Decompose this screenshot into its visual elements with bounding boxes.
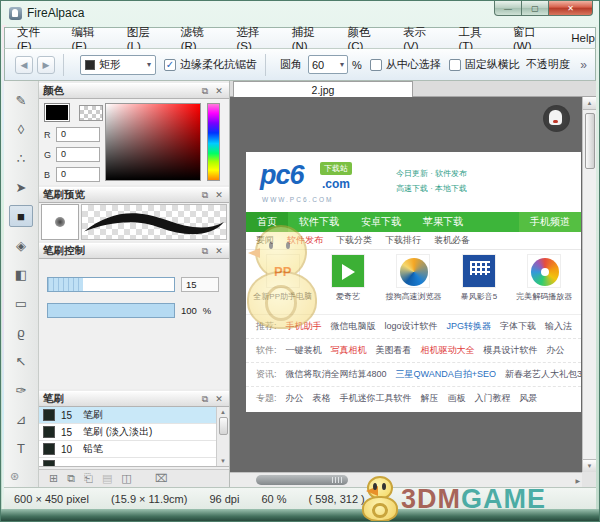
scroll-down-icon[interactable]: ▼ <box>220 458 226 464</box>
pen-tool-icon[interactable]: ✎ <box>9 89 33 111</box>
reset-view-icon[interactable]: ⊛ <box>10 470 19 483</box>
web-link: 相机驱动大全 <box>421 344 475 357</box>
panel-float-icon[interactable]: ⧉ <box>199 86 211 97</box>
r-channel-field[interactable]: 0 <box>56 127 100 142</box>
panel-float-icon[interactable]: ⧉ <box>199 246 211 257</box>
menu-layer[interactable]: 图层(L) <box>127 25 164 52</box>
g-channel-field[interactable]: 0 <box>56 147 100 162</box>
antialias-checkbox[interactable]: ✓ <box>164 59 176 71</box>
panel-close-icon[interactable]: ✕ <box>213 190 225 200</box>
from-center-label: 从中心选择 <box>386 57 441 72</box>
b-channel-field[interactable]: 0 <box>56 167 100 182</box>
menu-edit[interactable]: 编辑(E) <box>72 25 110 52</box>
scrollbar-thumb[interactable] <box>585 113 595 169</box>
transparent-color-swatch[interactable] <box>79 105 103 121</box>
menu-filter[interactable]: 滤镜(R) <box>181 25 220 52</box>
watermark-mascot-overlay <box>240 225 324 329</box>
close-button[interactable]: ✕ <box>549 1 593 16</box>
brush-size-value[interactable]: 15 <box>181 277 219 292</box>
menu-help[interactable]: Help <box>571 32 595 44</box>
forward-arrow-button[interactable]: ▶ <box>37 56 55 74</box>
brush-preview-title: 笔刷预览 <box>43 188 85 202</box>
scrollbar-thumb[interactable] <box>219 417 228 435</box>
toolbar-separator <box>265 54 266 76</box>
panel-close-icon[interactable]: ✕ <box>213 394 225 404</box>
brush-tip-preview <box>41 204 79 240</box>
brush-preview-panel: 笔刷预览 ⧉ ✕ <box>39 187 229 243</box>
magic-wand-tool-icon[interactable]: ↖ <box>9 350 33 372</box>
menu-color[interactable]: 颜色(C) <box>347 25 386 52</box>
row-label: 资讯: <box>256 368 277 381</box>
fixed-ratio-checkbox[interactable] <box>449 59 461 71</box>
trash-icon[interactable]: ⌧ <box>155 472 168 485</box>
webpage-nav-mobile: 手机频道 <box>519 212 581 232</box>
color-panel-title: 颜色 <box>43 84 64 98</box>
web-link: logo设计软件 <box>385 320 438 333</box>
color-panel: 颜色 ⧉ ✕ R 0 G 0 B <box>39 83 229 187</box>
brush-stroke-preview <box>81 204 227 240</box>
back-arrow-button[interactable]: ◀ <box>15 56 33 74</box>
brush-color-swatch <box>43 443 55 455</box>
brush-list-item[interactable]: 15 笔刷 (淡入淡出) <box>39 424 229 441</box>
brush-opacity-slider[interactable] <box>47 303 175 318</box>
chevron-down-icon: ▾ <box>147 60 151 69</box>
corner-value-spinner[interactable]: 60 ▾ <box>308 55 348 74</box>
saturation-value-picker[interactable] <box>105 103 201 181</box>
document-tab[interactable]: 2.jpg <box>233 81 413 97</box>
bucket-tool-icon[interactable]: ◧ <box>9 263 33 285</box>
text-tool-icon[interactable]: T <box>9 437 33 459</box>
menu-file[interactable]: 文件(F) <box>17 25 55 52</box>
minimize-button[interactable]: — <box>494 1 522 16</box>
panel-float-icon[interactable]: ⧉ <box>199 394 211 405</box>
eyedropper-tool-icon[interactable]: ⊿ <box>9 408 33 430</box>
brush-list-item-partial[interactable] <box>39 458 229 467</box>
title-bar[interactable]: FireAlpaca — ▢ ✕ <box>1 1 599 25</box>
from-center-checkbox[interactable] <box>370 59 382 71</box>
panel-close-icon[interactable]: ✕ <box>213 86 225 96</box>
new-brush-icon[interactable]: ⊞ <box>49 472 58 485</box>
move-tool-icon[interactable]: ➤ <box>9 176 33 198</box>
document-tab-bar: 2.jpg <box>230 81 596 97</box>
canvas-vertical-scrollbar[interactable]: ▲ ▼ <box>582 97 596 472</box>
scrollbar-thumb[interactable] <box>256 475 348 485</box>
panel-float-icon[interactable]: ⧉ <box>199 190 211 201</box>
scroll-up-icon[interactable]: ▲ <box>583 97 596 110</box>
smudge-tool-icon[interactable]: ∴ <box>9 147 33 169</box>
curve-tool-icon[interactable]: ✑ <box>9 379 33 401</box>
marquee-tool-icon[interactable]: ▭ <box>9 292 33 314</box>
scroll-right-icon[interactable]: ▶ <box>575 477 580 484</box>
export-brush-icon[interactable]: ▤ <box>102 472 112 485</box>
scroll-down-icon[interactable]: ▼ <box>583 459 596 472</box>
brush-color-swatch <box>43 460 55 467</box>
brush-list-item[interactable]: 15 笔刷 ⚙ <box>39 407 229 424</box>
copy-brush-icon[interactable]: ◫ <box>121 472 131 485</box>
brush-name: 铅笔 <box>83 442 225 456</box>
web-link: 入门教程 <box>475 392 511 405</box>
menu-select[interactable]: 选择(S) <box>236 25 274 52</box>
foreground-color-swatch[interactable] <box>44 103 70 122</box>
menu-tools[interactable]: 工具(T) <box>458 25 496 52</box>
menu-view[interactable]: 表示(V) <box>403 25 441 52</box>
brush-list-scrollbar[interactable]: ▲ ▼ <box>216 407 229 466</box>
brush-size-slider[interactable] <box>47 277 175 292</box>
rect-select-tool-icon[interactable]: ■ <box>9 205 33 227</box>
hue-slider[interactable] <box>207 103 220 181</box>
subnav-item: 装机必备 <box>434 234 470 247</box>
menu-snap[interactable]: 捕捉(N) <box>292 25 331 52</box>
import-brush-icon[interactable]: ⎗ <box>84 472 93 485</box>
lasso-tool-icon[interactable]: ϱ <box>9 321 33 343</box>
panel-close-icon[interactable]: ✕ <box>213 246 225 256</box>
toolbar-overflow-button[interactable]: » <box>580 58 587 72</box>
canvas[interactable]: pc6 下载站 .com WWW.PC6.COM 今日更新 · 软件发布 高速下… <box>230 97 582 472</box>
scroll-up-icon[interactable]: ▲ <box>220 409 226 415</box>
shape-select-dropdown[interactable]: 矩形 ▾ <box>80 55 156 75</box>
app-label: 完美解码播放器 <box>513 291 575 302</box>
duplicate-brush-icon[interactable]: ⧉ <box>67 472 75 485</box>
eraser-tool-icon[interactable]: ◊ <box>9 118 33 140</box>
opacity-label: 不透明度 <box>526 57 570 72</box>
polygon-select-tool-icon[interactable]: ◈ <box>9 234 33 256</box>
app-card: 爱奇艺 <box>317 254 379 314</box>
brush-list-item[interactable]: 10 铅笔 <box>39 441 229 458</box>
maximize-button[interactable]: ▢ <box>522 1 549 16</box>
menu-window[interactable]: 窗口(W) <box>513 25 554 52</box>
